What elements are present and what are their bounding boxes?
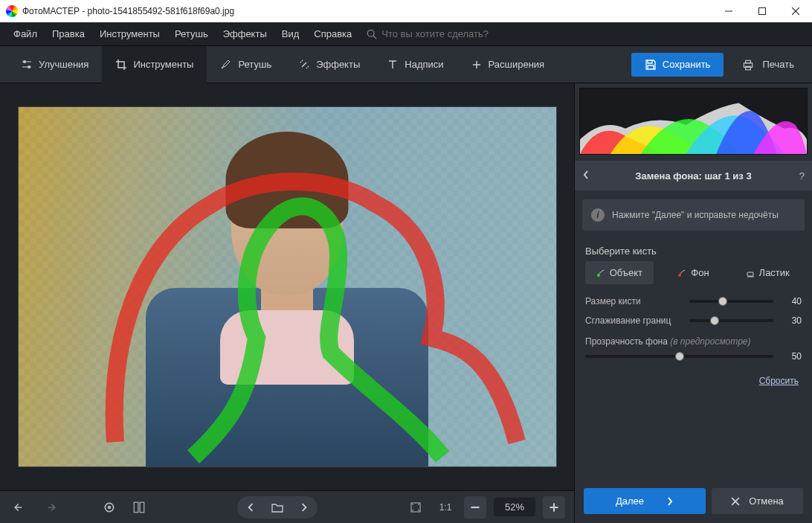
smooth-slider[interactable] [689, 319, 773, 322]
menubar: Файл Правка Инструменты Ретушь Эффекты В… [0, 22, 812, 46]
hint-text: Нажмите "Далее" и исправьте недочёты [612, 210, 779, 220]
browse-button[interactable] [264, 496, 291, 519]
svg-rect-1 [758, 8, 765, 15]
close-button[interactable] [779, 0, 812, 22]
svg-point-14 [108, 505, 112, 509]
zoom-value[interactable]: 52% [494, 498, 535, 516]
tab-effects[interactable]: Эффекты [285, 46, 373, 83]
svg-rect-15 [134, 502, 138, 513]
toolbar: Улучшения Инструменты Ретушь Эффекты Над… [0, 46, 812, 83]
brush-size-label: Размер кисти [585, 296, 682, 307]
canvas-area: 1:1 52% [0, 83, 574, 523]
printer-icon [741, 58, 755, 71]
next-image-button[interactable] [291, 496, 318, 519]
search-box[interactable] [367, 28, 530, 39]
menu-help[interactable]: Справка [308, 25, 358, 42]
panel-title: Замена фона: шаг 1 из 3 [597, 170, 790, 182]
search-icon [367, 29, 377, 39]
eraser-icon [746, 269, 755, 277]
actual-size-button[interactable]: 1:1 [434, 496, 457, 519]
help-button[interactable]: ? [790, 170, 805, 182]
menu-view[interactable]: Вид [276, 25, 306, 42]
wand-icon [298, 59, 310, 71]
tab-text[interactable]: Надписи [373, 46, 457, 83]
fit-screen-button[interactable] [405, 496, 427, 519]
svg-rect-11 [746, 60, 751, 62]
save-button[interactable]: Сохранить [631, 53, 724, 77]
zoom-in-button[interactable] [543, 496, 565, 519]
brush-background-button[interactable]: Фон [660, 261, 728, 284]
undo-button[interactable] [9, 496, 31, 519]
sliders-icon [21, 59, 33, 71]
brush-green-icon [596, 269, 605, 277]
maximize-button[interactable] [745, 0, 779, 22]
smooth-value: 30 [781, 315, 802, 326]
menu-tools[interactable]: Инструменты [94, 25, 166, 42]
canvas[interactable] [18, 106, 557, 467]
svg-line-5 [373, 36, 376, 39]
compare-button[interactable] [98, 496, 120, 519]
save-icon [645, 59, 657, 71]
text-icon [387, 59, 399, 71]
titlebar: ФотоМАСТЕР - photo-1541855492-581f618f69… [0, 0, 812, 22]
brush-icon [220, 59, 232, 71]
redo-button[interactable] [39, 496, 61, 519]
svg-point-9 [28, 65, 30, 68]
brush-object-button[interactable]: Объект [585, 261, 654, 284]
next-button[interactable]: Далее [584, 488, 706, 514]
minimize-button[interactable] [712, 0, 745, 22]
zoom-out-button[interactable] [464, 496, 486, 519]
histogram [579, 88, 808, 155]
prev-image-button[interactable] [237, 496, 264, 519]
svg-point-7 [23, 60, 26, 63]
app-icon [6, 5, 18, 17]
cancel-button[interactable]: Отмена [712, 488, 803, 514]
svg-point-21 [597, 274, 600, 277]
chevron-right-icon [666, 496, 674, 507]
brush-size-slider[interactable] [689, 300, 773, 303]
close-icon [731, 497, 740, 506]
bottom-toolbar: 1:1 52% [0, 490, 574, 523]
menu-file[interactable]: Файл [7, 25, 43, 42]
svg-point-4 [368, 30, 375, 36]
split-view-button[interactable] [128, 496, 150, 519]
tab-retouch[interactable]: Ретушь [207, 46, 285, 83]
tab-tools[interactable]: Инструменты [102, 46, 207, 83]
plus-icon [471, 59, 483, 71]
search-input[interactable] [381, 28, 530, 39]
object-stroke [19, 107, 557, 467]
brush-eraser-button[interactable]: Ластик [733, 261, 802, 284]
opacity-value: 50 [781, 351, 802, 362]
hint-box: i Нажмите "Далее" и исправьте недочёты [582, 199, 805, 231]
svg-rect-16 [140, 502, 144, 513]
opacity-label: Прозрачность фона (в предпросмотре) [575, 330, 812, 347]
crop-icon [115, 59, 127, 71]
menu-effects[interactable]: Эффекты [217, 25, 273, 42]
svg-rect-23 [747, 272, 753, 276]
reset-link[interactable]: Сбросить [759, 376, 799, 386]
info-icon: i [591, 208, 605, 222]
window-title: ФотоМАСТЕР - photo-1541855492-581f618f69… [22, 6, 712, 16]
tab-extensions[interactable]: Расширения [457, 46, 558, 83]
back-button[interactable] [582, 170, 597, 182]
menu-edit[interactable]: Правка [46, 25, 91, 42]
panel-header: Замена фона: шаг 1 из 3 ? [575, 161, 812, 190]
print-button[interactable]: Печать [731, 52, 805, 77]
tab-enhance[interactable]: Улучшения [7, 46, 102, 83]
opacity-slider[interactable] [585, 355, 773, 358]
menu-retouch[interactable]: Ретушь [169, 25, 214, 42]
brush-section-label: Выберите кисть [575, 238, 812, 261]
smooth-label: Сглаживание границ [585, 315, 682, 326]
brush-red-icon [677, 269, 686, 277]
sidebar: Замена фона: шаг 1 из 3 ? i Нажмите "Дал… [574, 83, 812, 523]
svg-point-22 [678, 274, 681, 277]
brush-size-value: 40 [781, 296, 802, 307]
